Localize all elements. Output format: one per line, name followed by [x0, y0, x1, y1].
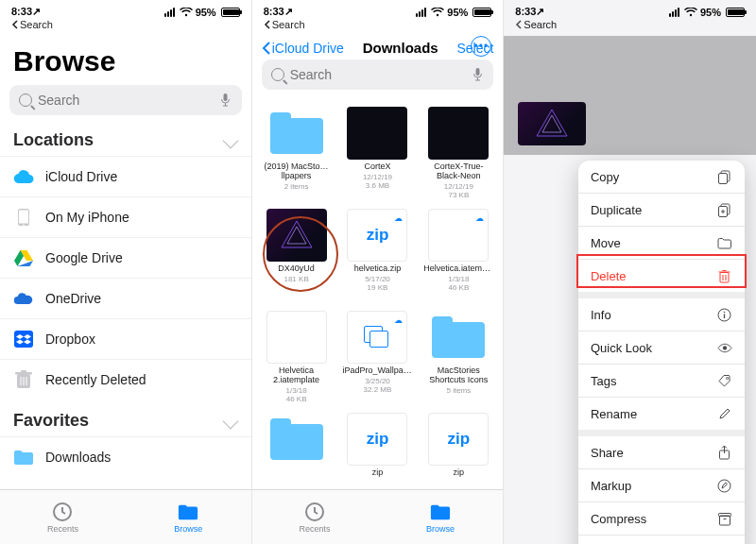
svg-rect-12 — [21, 370, 26, 373]
search-icon — [271, 68, 284, 81]
share-icon — [717, 445, 732, 460]
svg-rect-0 — [224, 94, 228, 101]
info-icon — [717, 307, 732, 322]
search-input[interactable] — [38, 93, 219, 108]
sidebar-item-onedrive[interactable]: OneDrive — [0, 278, 251, 318]
menu-delete[interactable]: Delete — [578, 260, 745, 292]
file-name: helvetica.zip — [354, 264, 402, 274]
menu-copy[interactable]: Copy — [578, 161, 745, 194]
file-name: DX40yUd — [278, 264, 315, 274]
trash-icon — [13, 369, 34, 390]
sidebar-item-label: Downloads — [45, 450, 111, 465]
menu-duplicate[interactable]: Duplicate — [578, 194, 745, 227]
archive-icon — [717, 511, 732, 526]
folder-icon — [178, 502, 198, 522]
status-bar: 8:33↗ 95% — [252, 0, 504, 18]
markup-icon — [717, 478, 732, 493]
sidebar-item-label: On My iPhone — [45, 210, 129, 225]
mic-icon[interactable] — [219, 94, 232, 107]
gdrive-icon — [13, 247, 34, 268]
context-menu-pane: 8:33↗ 95% Search CopyDuplicateMoveDelete… — [504, 0, 756, 544]
file-name: zip — [372, 468, 384, 478]
file-name: zip — [454, 468, 465, 478]
svg-rect-26 — [719, 173, 728, 183]
sidebar-item-dropbox[interactable]: Dropbox — [0, 318, 251, 359]
file-meta: 12/12/1973 KB — [444, 182, 473, 199]
menu-compress[interactable]: Compress — [578, 502, 745, 536]
file-item[interactable]: CorteX12/12/193.6 MB — [339, 107, 417, 205]
downloads-pane: 8:33↗ 95% Search ••• iCloud Drive Downlo… — [252, 0, 505, 544]
svg-rect-4 — [19, 211, 28, 224]
pencil-icon — [717, 406, 732, 421]
eye-icon — [717, 340, 732, 355]
svg-point-43 — [718, 480, 730, 492]
folder-icon — [13, 447, 34, 468]
file-item[interactable]: Helvetica 2.iatemplate1/3/1846 KB — [258, 311, 335, 409]
tab-browse[interactable]: Browse — [126, 490, 251, 544]
menu-item-label: Info — [591, 308, 611, 322]
sidebar-item-recentlydeleted[interactable]: Recently Deleted — [0, 359, 251, 400]
file-item[interactable]: ☁︎ziphelvetica.zip5/17/2019 KB — [339, 209, 417, 307]
menu-create-pdf[interactable]: Create PDF — [578, 536, 745, 544]
menu-item-label: Copy — [591, 170, 619, 184]
sidebar-item-label: Dropbox — [45, 332, 95, 347]
chevron-down-icon — [222, 413, 238, 429]
menu-share[interactable]: Share — [578, 436, 745, 469]
sidebar-item-onmyiphone[interactable]: On My iPhone — [0, 196, 251, 237]
tab-recents[interactable]: Recents — [0, 490, 126, 544]
tab-bar: Recents Browse — [252, 489, 504, 544]
nav-title: Downloads — [363, 40, 438, 56]
file-item[interactable]: (2019) MacSto…llpapers2 items — [258, 107, 335, 205]
menu-quick-look[interactable]: Quick Look — [578, 332, 745, 365]
sidebar-item-label: iCloud Drive — [45, 169, 117, 184]
file-item[interactable]: MacStories Shortcuts Icons5 items — [420, 311, 497, 409]
cellular-icon — [164, 8, 175, 17]
menu-move[interactable]: Move — [578, 227, 745, 260]
file-meta: 3/25/2032.2 MB — [364, 377, 392, 394]
file-name: (2019) MacSto…llpapers — [262, 162, 332, 181]
nav-back[interactable]: iCloud Drive — [262, 41, 344, 56]
file-name: CorteX-True-Black-Neon — [423, 162, 493, 181]
file-meta: 2 items — [284, 182, 309, 191]
wifi-icon — [180, 8, 193, 17]
tab-recents[interactable]: Recents — [252, 490, 378, 544]
menu-markup[interactable]: Markup — [578, 469, 745, 502]
tab-browse[interactable]: Browse — [377, 490, 503, 544]
status-bar: 8:33↗ 95% — [0, 0, 251, 18]
svg-point-37 — [724, 311, 726, 313]
sidebar-item-icloud[interactable]: iCloud Drive — [0, 156, 251, 196]
file-item[interactable]: CorteX-True-Black-Neon12/12/1973 KB — [420, 107, 497, 205]
file-item[interactable]: DX40yUd181 KB — [258, 209, 335, 307]
sidebar-item-gdrive[interactable]: Google Drive — [0, 237, 251, 278]
svg-rect-45 — [718, 513, 730, 516]
svg-marker-24 — [542, 115, 561, 132]
search-field[interactable] — [9, 85, 242, 115]
copy-icon — [717, 169, 732, 184]
browse-pane: 8:33↗ 95% Search Browse Locations iCloud… — [0, 0, 252, 544]
menu-tags[interactable]: Tags — [578, 365, 745, 398]
file-meta: 1/3/1846 KB — [448, 275, 469, 292]
menu-item-label: Markup — [591, 479, 631, 493]
menu-info[interactable]: Info — [578, 298, 745, 332]
dropbox-icon — [13, 329, 34, 349]
file-meta: 1/3/1846 KB — [285, 386, 306, 403]
file-item[interactable]: ☁︎Helvetica.iatemplate1/3/1846 KB — [420, 209, 497, 307]
file-meta: 181 KB — [284, 275, 308, 283]
file-item[interactable]: ☁︎iPadPro_Wallpaper3/25/2032.2 MB — [339, 311, 417, 409]
search-field[interactable] — [262, 60, 494, 90]
back-to-search[interactable]: Search — [252, 18, 504, 36]
locations-header[interactable]: Locations — [0, 128, 251, 156]
back-to-search[interactable]: Search — [0, 18, 251, 36]
page-title: Browse — [0, 36, 251, 85]
search-input[interactable] — [290, 67, 472, 82]
menu-item-label: Move — [591, 236, 621, 250]
menu-item-label: Tags — [591, 374, 616, 388]
favorites-header[interactable]: Favorites — [0, 409, 251, 436]
status-bar: 8:33↗ 95% — [504, 0, 756, 18]
cloud-icon — [13, 166, 34, 187]
sidebar-item-downloads[interactable]: Downloads — [0, 436, 251, 477]
file-name: MacStories Shortcuts Icons — [423, 366, 493, 385]
search-icon — [19, 94, 32, 107]
menu-rename[interactable]: Rename — [578, 398, 745, 430]
mic-icon[interactable] — [471, 68, 484, 81]
